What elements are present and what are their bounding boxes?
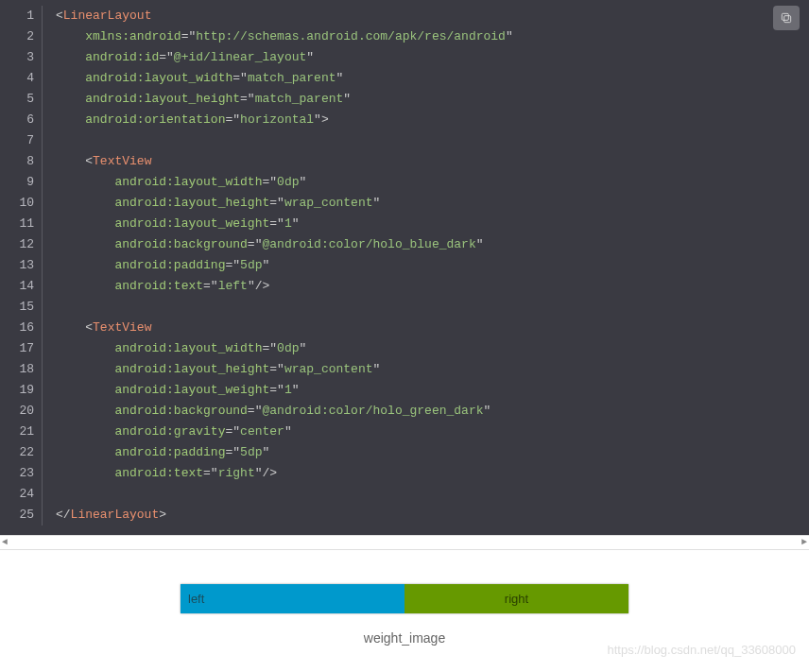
- code-line: 6 android:orientation="horizontal">: [0, 110, 809, 130]
- code-line: 2 xmlns:android="http://schemas.android.…: [0, 26, 809, 47]
- code-content: android:layout_width="0dp": [43, 338, 306, 359]
- code-block: 1<LinearLayout2 xmlns:android="http://sc…: [0, 0, 809, 535]
- code-line: 17 android:layout_width="0dp": [0, 338, 809, 359]
- code-line: 13 android:padding="5dp": [0, 255, 809, 276]
- code-content: android:padding="5dp": [43, 442, 269, 463]
- preview-right-box: right: [404, 584, 628, 613]
- code-line: 7: [0, 130, 809, 151]
- line-number: 17: [0, 338, 43, 359]
- code-content: <TextView: [43, 318, 151, 338]
- code-line: 24: [0, 484, 809, 505]
- line-number: 1: [0, 6, 43, 26]
- line-number: 4: [0, 68, 43, 89]
- code-line: 1<LinearLayout: [0, 6, 809, 26]
- code-content: android:padding="5dp": [43, 255, 269, 276]
- code-line: 20 android:background="@android:color/ho…: [0, 401, 809, 422]
- code-content: [43, 130, 63, 151]
- svg-rect-0: [784, 16, 791, 23]
- line-number: 24: [0, 484, 43, 505]
- code-content: android:id="@+id/linear_layout": [43, 47, 314, 68]
- preview-area: left right weight_image https://blog.csd…: [0, 550, 809, 664]
- line-number: 23: [0, 463, 43, 484]
- line-number: 13: [0, 255, 43, 276]
- code-content: android:text="left"/>: [43, 276, 269, 297]
- code-line: 4 android:layout_width="match_parent": [0, 68, 809, 89]
- code-line: 9 android:layout_width="0dp": [0, 172, 809, 193]
- code-line: 5 android:layout_height="match_parent": [0, 89, 809, 110]
- code-line: 25</LinearLayout>: [0, 505, 809, 526]
- line-number: 15: [0, 297, 43, 318]
- line-number: 8: [0, 151, 43, 172]
- code-line: 16 <TextView: [0, 318, 809, 338]
- line-number: 9: [0, 172, 43, 193]
- line-number: 11: [0, 214, 43, 234]
- code-content: android:layout_height="match_parent": [43, 89, 351, 110]
- preview-left-box: left: [181, 584, 404, 613]
- line-number: 6: [0, 110, 43, 130]
- code-content: android:background="@android:color/holo_…: [43, 401, 491, 422]
- line-number: 3: [0, 47, 43, 68]
- code-line: 10 android:layout_height="wrap_content": [0, 193, 809, 214]
- horizontal-scrollbar[interactable]: ◄ ►: [0, 535, 809, 550]
- copy-button[interactable]: [773, 6, 800, 30]
- line-number: 10: [0, 193, 43, 214]
- line-number: 14: [0, 276, 43, 297]
- code-line: 15: [0, 297, 809, 318]
- code-content: [43, 297, 63, 318]
- code-content: android:layout_height="wrap_content": [43, 193, 380, 214]
- code-content: </LinearLayout>: [43, 505, 166, 526]
- code-content: xmlns:android="http://schemas.android.co…: [43, 26, 513, 47]
- line-number: 22: [0, 442, 43, 463]
- line-number: 7: [0, 130, 43, 151]
- code-content: android:layout_width="match_parent": [43, 68, 343, 89]
- line-number: 5: [0, 89, 43, 110]
- code-line: 11 android:layout_weight="1": [0, 214, 809, 234]
- code-line: 19 android:layout_weight="1": [0, 380, 809, 401]
- line-number: 19: [0, 380, 43, 401]
- scroll-left-arrow[interactable]: ◄: [2, 537, 8, 547]
- code-content: android:orientation="horizontal">: [43, 110, 329, 130]
- code-line: 14 android:text="left"/>: [0, 276, 809, 297]
- copy-icon: [780, 11, 793, 25]
- code-line: 18 android:layout_height="wrap_content": [0, 359, 809, 380]
- svg-rect-1: [782, 13, 788, 20]
- line-number: 18: [0, 359, 43, 380]
- code-content: android:text="right"/>: [43, 463, 277, 484]
- code-content: android:layout_width="0dp": [43, 172, 306, 193]
- code-line: 22 android:padding="5dp": [0, 442, 809, 463]
- code-line: 3 android:id="@+id/linear_layout": [0, 47, 809, 68]
- watermark-text: https://blog.csdn.net/qq_33608000: [608, 643, 797, 657]
- line-number: 20: [0, 401, 43, 422]
- line-number: 2: [0, 26, 43, 47]
- code-lines: 1<LinearLayout2 xmlns:android="http://sc…: [0, 6, 809, 526]
- code-line: 12 android:background="@android:color/ho…: [0, 234, 809, 255]
- code-content: <TextView: [43, 151, 151, 172]
- code-content: android:layout_weight="1": [43, 214, 300, 234]
- layout-preview-row: left right: [181, 584, 628, 613]
- code-content: android:layout_height="wrap_content": [43, 359, 380, 380]
- scroll-right-arrow[interactable]: ►: [801, 537, 807, 547]
- code-line: 21 android:gravity="center": [0, 422, 809, 442]
- line-number: 21: [0, 422, 43, 442]
- code-line: 8 <TextView: [0, 151, 809, 172]
- code-content: [43, 484, 63, 505]
- line-number: 12: [0, 234, 43, 255]
- line-number: 25: [0, 505, 43, 526]
- line-number: 16: [0, 318, 43, 338]
- code-content: <LinearLayout: [43, 6, 151, 26]
- code-content: android:layout_weight="1": [43, 380, 300, 401]
- code-line: 23 android:text="right"/>: [0, 463, 809, 484]
- code-content: android:background="@android:color/holo_…: [43, 234, 484, 255]
- code-content: android:gravity="center": [43, 422, 292, 442]
